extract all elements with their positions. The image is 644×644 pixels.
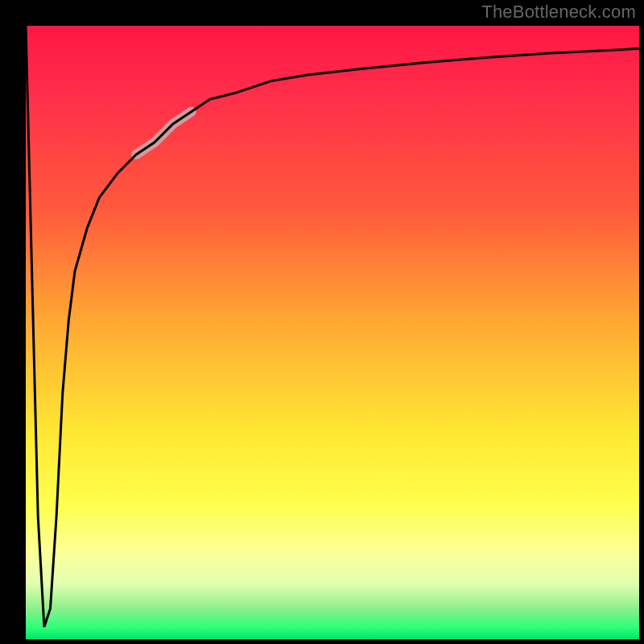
plot-area: [26, 26, 639, 639]
watermark-label: TheBottleneck.com: [481, 2, 636, 23]
curve-layer: [26, 26, 639, 639]
main-curve: [26, 26, 639, 627]
chart-stage: TheBottleneck.com: [0, 0, 644, 644]
